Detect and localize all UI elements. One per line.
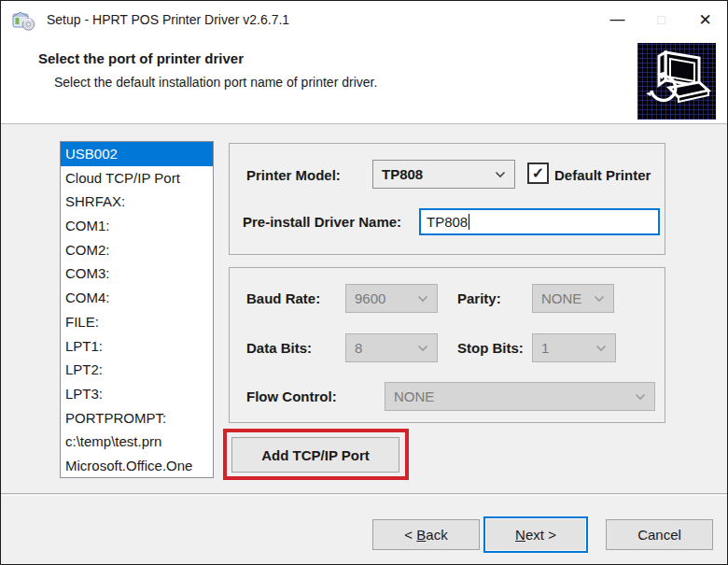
baud-rate-value: 9600 (355, 290, 385, 306)
add-tcpip-port-label: Add TCP/IP Port (261, 447, 370, 463)
list-item[interactable]: COM4: (61, 286, 213, 310)
baud-rate-label: Baud Rate: (246, 290, 320, 306)
installer-app-icon (11, 8, 36, 32)
close-button[interactable]: ✕ (683, 1, 727, 38)
add-tcpip-port-button[interactable]: Add TCP/IP Port (231, 437, 399, 473)
stop-bits-label: Stop Bits: (457, 340, 524, 356)
driver-name-label: Pre-install Driver Name: (243, 214, 401, 230)
text-caret (469, 214, 469, 230)
list-item[interactable]: COM3: (61, 261, 213, 286)
list-item[interactable]: LPT1: (61, 334, 213, 359)
data-bits-dropdown: 8 (345, 333, 438, 362)
computer-disk-icon (637, 43, 716, 120)
cancel-button[interactable]: Cancel (606, 519, 713, 550)
list-item[interactable]: Cloud TCP/IP Port (61, 166, 213, 191)
list-item[interactable]: USB002 (61, 142, 213, 166)
parity-value: NONE (541, 290, 581, 306)
minimize-icon: — (610, 11, 625, 28)
flow-control-value: NONE (394, 388, 434, 404)
printer-model-value: TP808 (382, 166, 423, 182)
window-title: Setup - HPRT POS Printer Driver v2.6.7.1 (47, 12, 289, 27)
data-bits-label: Data Bits: (246, 340, 312, 356)
serial-settings-group: Baud Rate: 9600 Parity: NONE Data Bits: … (229, 267, 665, 423)
flow-control-label: Flow Control: (246, 388, 337, 404)
parity-dropdown: NONE (532, 284, 614, 313)
page-subtitle: Select the default installation port nam… (54, 75, 377, 90)
default-printer-checkbox[interactable]: ✓ (527, 162, 549, 184)
setup-wizard-window: Setup - HPRT POS Printer Driver v2.6.7.1… (0, 0, 728, 565)
stop-bits-dropdown: 1 (532, 333, 616, 362)
maximize-button: □ (639, 1, 683, 38)
printer-settings-group: Printer Model: TP808 ✓ Default Printer P… (229, 143, 665, 255)
list-item[interactable]: LPT3: (61, 382, 213, 406)
cancel-button-label: Cancel (637, 527, 681, 543)
list-item[interactable]: SHRFAX: (61, 190, 213, 214)
list-item[interactable]: LPT2: (61, 358, 213, 382)
data-bits-value: 8 (355, 340, 362, 356)
list-item[interactable]: Microsoft.Office.One (61, 454, 213, 478)
chevron-down-icon (417, 345, 428, 352)
next-button-label: Next > (515, 527, 556, 543)
chevron-down-icon (495, 171, 506, 178)
default-printer-label[interactable]: Default Printer (554, 167, 651, 183)
list-item[interactable]: COM1: (61, 214, 213, 238)
wizard-header: Select the port of printer driver Select… (1, 38, 727, 124)
footer-divider (1, 493, 727, 496)
chevron-down-icon (595, 345, 607, 352)
list-item[interactable]: c:\temp\test.prn (61, 430, 213, 454)
list-item[interactable]: PORTPROMPT: (61, 406, 213, 431)
chevron-down-icon (594, 295, 605, 303)
printer-model-label: Printer Model: (246, 167, 341, 183)
minimize-button[interactable]: — (595, 1, 639, 38)
baud-rate-dropdown: 9600 (345, 284, 438, 313)
page-title: Select the port of printer driver (38, 50, 244, 66)
back-button-label: < Back (404, 527, 447, 543)
stop-bits-value: 1 (541, 340, 549, 356)
maximize-icon: □ (657, 12, 665, 27)
list-item[interactable]: COM2: (61, 238, 213, 262)
driver-name-value: TP808 (427, 214, 468, 230)
driver-name-input[interactable]: TP808 (419, 208, 660, 235)
window-controls: — □ ✕ (595, 1, 727, 38)
port-listbox[interactable]: USB002Cloud TCP/IP PortSHRFAX:COM1:COM2:… (60, 141, 214, 478)
list-item[interactable]: FILE: (61, 310, 213, 334)
chevron-down-icon (417, 295, 428, 303)
close-icon: ✕ (698, 10, 711, 30)
checkmark-icon: ✓ (532, 164, 544, 182)
chevron-down-icon (635, 393, 646, 401)
parity-label: Parity: (457, 290, 501, 306)
back-button[interactable]: < Back (372, 519, 480, 550)
installshield-logo (637, 43, 716, 120)
flow-control-dropdown: NONE (385, 382, 655, 411)
printer-model-dropdown[interactable]: TP808 (372, 160, 515, 189)
title-bar: Setup - HPRT POS Printer Driver v2.6.7.1… (1, 1, 727, 38)
next-button[interactable]: Next > (483, 516, 588, 553)
